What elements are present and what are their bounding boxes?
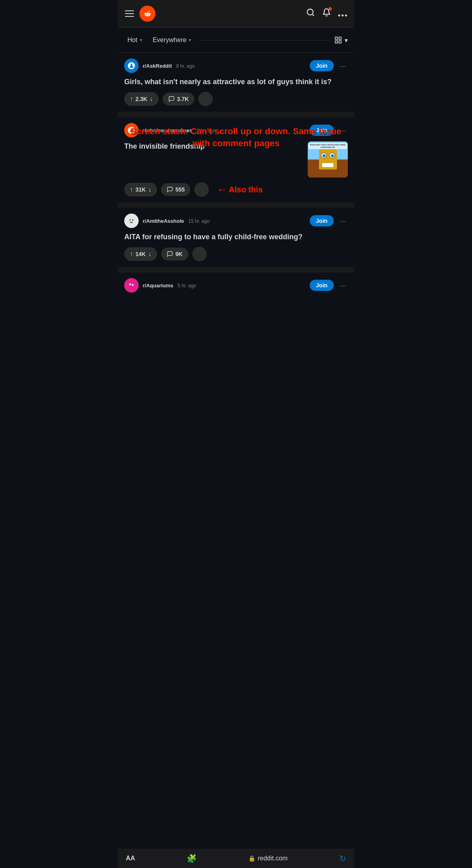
post-header-left: r/wholesomememes 2 hr. ago — [124, 123, 215, 137]
location-label: Everywhere — [153, 36, 186, 44]
post-more-button[interactable]: ··· — [338, 215, 348, 227]
svg-point-15 — [132, 284, 133, 286]
post-meta: r/AmItheAsshole 15 hr. ago — [143, 217, 210, 224]
location-chevron: ▾ — [189, 37, 191, 43]
header-right — [306, 8, 347, 19]
post-header-left: r/Aquariums 5 hr. ago — [124, 278, 196, 293]
post-title[interactable]: The invisible friendship — [124, 141, 304, 151]
svg-line-2 — [312, 14, 314, 16]
post-header-left: r/AmItheAsshole 15 hr. ago — [124, 214, 210, 228]
notification-dot — [329, 7, 332, 10]
post-header-left: r/AskReddit 8 hr. ago — [124, 59, 195, 73]
app-header — [118, 0, 354, 28]
refresh-button[interactable]: ↻ — [339, 854, 346, 863]
comment-button[interactable]: 555 — [161, 183, 190, 196]
upvote-icon: ↑ — [130, 250, 133, 258]
browser-extension-icon[interactable]: 🧩 — [187, 854, 197, 863]
subreddit-avatar[interactable] — [124, 123, 139, 137]
post-more-button[interactable]: ··· — [338, 124, 348, 137]
post-card: Screen stuck. Can't scroll up or down. S… — [118, 117, 354, 205]
svg-rect-7 — [339, 37, 341, 40]
svg-point-12 — [132, 219, 133, 220]
subreddit-avatar[interactable] — [124, 214, 139, 228]
lock-icon: 🔒 — [248, 855, 255, 862]
comment-button[interactable]: 9K — [161, 248, 188, 260]
browser-url-bar[interactable]: 🔒 reddit.com — [248, 855, 288, 862]
comment-button[interactable]: 3.7K — [163, 93, 195, 105]
post-actions: ↑ 2.3K ↓ 3.7K — [124, 92, 348, 106]
post-header: r/wholesomememes 2 hr. ago Join ··· — [124, 123, 348, 137]
post-title[interactable]: Girls, what isn't nearly as attractive a… — [124, 77, 348, 87]
post-card: r/AskReddit 8 hr. ago Join ··· Girls, wh… — [118, 53, 354, 114]
menu-button[interactable] — [125, 10, 134, 17]
post-subreddit[interactable]: r/AskReddit — [143, 63, 172, 69]
location-filter-button[interactable]: Everywhere ▾ — [149, 34, 194, 46]
join-button[interactable]: Join — [310, 280, 334, 291]
vote-button[interactable]: ↑ 31K ↓ — [124, 183, 157, 196]
upvote-icon: ↑ — [130, 95, 133, 103]
also-this-arrow-icon: ← — [217, 184, 227, 196]
share-button[interactable] — [198, 92, 213, 106]
layout-button[interactable]: ▾ — [334, 36, 348, 44]
content-spacer — [118, 298, 354, 326]
vote-button[interactable]: ↑ 2.3K ↓ — [124, 92, 159, 106]
search-button[interactable] — [306, 8, 315, 19]
post-header-right: Join ··· — [310, 60, 348, 72]
post-subreddit[interactable]: r/Aquariums — [143, 283, 173, 289]
downvote-icon: ↓ — [150, 95, 153, 103]
more-options-button[interactable] — [338, 8, 347, 19]
post-subreddit[interactable]: r/wholesomememes — [143, 127, 192, 133]
post-header: r/AmItheAsshole 15 hr. ago Join ··· — [124, 214, 348, 228]
comment-count: 9K — [175, 251, 183, 257]
subreddit-avatar[interactable] — [124, 59, 139, 73]
svg-point-13 — [127, 281, 135, 289]
comment-count: 3.7K — [177, 96, 189, 102]
post-title[interactable]: AITA for refusing to have a fully child-… — [124, 232, 348, 242]
browser-aa-button[interactable]: AA — [126, 855, 135, 862]
also-this-annotation: ← Also this — [217, 184, 262, 196]
join-button[interactable]: Join — [310, 60, 334, 71]
post-meta: r/wholesomememes 2 hr. ago — [143, 127, 215, 134]
post-header-right: Join ··· — [310, 124, 348, 137]
post-header-right: Join ··· — [310, 215, 348, 227]
post-card: r/Aquariums 5 hr. ago Join ··· — [118, 273, 354, 298]
filter-bar: Hot ▾ Everywhere ▾ ▾ — [118, 28, 354, 53]
join-button[interactable]: Join — [310, 215, 334, 226]
svg-point-5 — [345, 14, 347, 16]
sort-filter-button[interactable]: Hot ▾ — [124, 34, 145, 46]
subreddit-avatar[interactable] — [124, 278, 139, 293]
post-header-right: Join ··· — [310, 279, 348, 292]
url-text: reddit.com — [258, 855, 288, 862]
upvote-count: 14K — [135, 251, 146, 257]
post-time: 2 hr. ago — [197, 128, 216, 133]
notification-button[interactable] — [322, 8, 331, 19]
downvote-icon: ↓ — [148, 250, 151, 258]
upvote-icon: ↑ — [130, 186, 133, 193]
svg-rect-8 — [335, 41, 338, 43]
svg-point-10 — [127, 217, 135, 225]
svg-point-3 — [338, 14, 340, 16]
post-time: 5 hr. ago — [178, 283, 196, 289]
svg-point-14 — [129, 284, 131, 285]
post-header: r/AskReddit 8 hr. ago Join ··· — [124, 59, 348, 73]
join-button[interactable]: Join — [310, 125, 334, 136]
share-button[interactable] — [194, 182, 209, 197]
share-button[interactable] — [192, 247, 207, 261]
layout-chevron: ▾ — [345, 36, 348, 44]
vote-button[interactable]: ↑ 14K ↓ — [124, 247, 157, 261]
post-more-button[interactable]: ··· — [338, 279, 348, 292]
also-this-container: ↑ 31K ↓ 555 ← Also this — [124, 182, 348, 197]
browser-bar: AA 🧩 🔒 reddit.com ↻ — [118, 849, 354, 868]
svg-rect-6 — [335, 37, 338, 40]
post-time: 15 hr. ago — [188, 218, 210, 224]
upvote-count: 31K — [135, 186, 146, 193]
reddit-logo[interactable] — [139, 6, 155, 22]
divider — [118, 205, 354, 208]
sort-label: Hot — [127, 36, 137, 44]
downvote-icon: ↓ — [148, 186, 151, 193]
post-subreddit[interactable]: r/AmItheAsshole — [143, 218, 184, 224]
post-content-row: The invisible friendship — [124, 141, 348, 178]
post-thumbnail[interactable]: friend that I never met but they totally… — [308, 141, 348, 178]
svg-rect-9 — [339, 41, 341, 43]
post-more-button[interactable]: ··· — [338, 60, 348, 72]
